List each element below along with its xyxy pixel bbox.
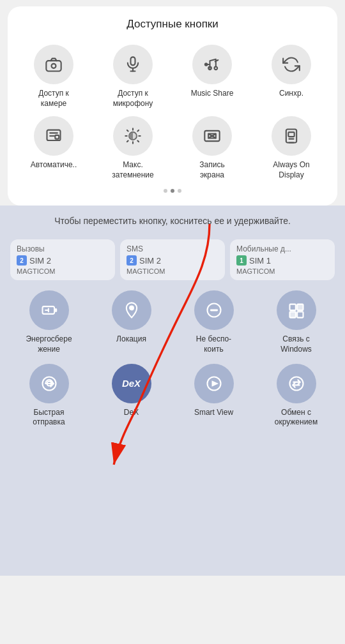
- auto-label: Автоматиче..: [31, 160, 77, 170]
- dnd-icon: [205, 301, 223, 319]
- always-on-label: Always OnDisplay: [273, 160, 309, 180]
- quick-share-icon: [40, 375, 58, 393]
- sim-mobile: Мобильные д... 1 SIM 1 MAGTICOM: [230, 239, 335, 280]
- music-share-button[interactable]: Music Share: [175, 45, 249, 109]
- sim-cards-row: Вызовы 2 SIM 2 MAGTICOM SMS 2 SIM 2 MAGT…: [10, 239, 335, 280]
- exchange-button[interactable]: Обмен сокружением: [257, 364, 335, 428]
- camera-button[interactable]: Доступ ккамере: [17, 45, 91, 109]
- dnd-label: Не беспо-коить: [196, 334, 231, 354]
- dot-3: [178, 189, 181, 193]
- max-dim-icon-circle: [113, 116, 153, 156]
- dnd-icon-circle: [194, 290, 234, 330]
- exchange-icon: [288, 375, 305, 393]
- sync-button[interactable]: Синхр.: [254, 45, 328, 109]
- available-buttons-panel: Доступные кнопки Доступ ккамере: [8, 6, 337, 206]
- sim-calls-number: 2 SIM 2: [17, 255, 109, 266]
- dex-button[interactable]: DeX DeX: [93, 364, 170, 428]
- sim2-badge-sms: 2: [126, 255, 137, 266]
- sim-mobile-number: 1 SIM 1: [236, 255, 328, 266]
- screen-record-label: Записьэкрана: [199, 160, 224, 180]
- quick-share-label: Быстраяотправка: [33, 408, 65, 428]
- svg-rect-25: [297, 304, 303, 310]
- camera-icon: [45, 56, 63, 73]
- energy-saving-icon-circle: [29, 290, 69, 330]
- svg-rect-16: [286, 130, 296, 143]
- screen-record-icon: [203, 127, 221, 145]
- available-buttons-grid: Доступ ккамере Доступ кмикрофону: [14, 45, 331, 180]
- sim-sms-carrier: MAGTICOM: [126, 267, 218, 275]
- location-button[interactable]: Локация: [93, 290, 170, 354]
- windows-icon-circle: [277, 290, 316, 330]
- windows-label: Связь сWindows: [280, 334, 312, 354]
- quick-settings-grid: Энергосбережение Локация Не беспо-коить: [10, 290, 335, 427]
- windows-link-button[interactable]: Связь сWindows: [257, 290, 335, 354]
- svg-rect-24: [289, 304, 295, 310]
- dex-icon-circle: DeX: [112, 364, 151, 403]
- dex-label: DeX: [124, 408, 139, 418]
- sim-calls-title: Вызовы: [17, 244, 109, 253]
- sim2-badge-calls: 2: [17, 255, 27, 266]
- smart-view-icon: [205, 375, 223, 393]
- location-icon: [123, 301, 141, 319]
- battery-icon: [40, 301, 58, 319]
- svg-point-21: [130, 306, 134, 310]
- location-label: Локация: [116, 334, 146, 345]
- windows-icon: [288, 301, 305, 319]
- svg-point-32: [289, 377, 303, 390]
- sim-sms-label: SIM 2: [139, 256, 161, 266]
- auto-button[interactable]: Автоматиче..: [17, 116, 91, 180]
- smart-view-icon-circle: [194, 364, 234, 403]
- svg-rect-18: [288, 132, 294, 137]
- sync-label: Синхр.: [279, 89, 303, 99]
- music-share-label: Music Share: [191, 89, 234, 99]
- svg-rect-9: [55, 135, 59, 139]
- music-share-icon: [203, 56, 221, 73]
- smart-view-label: Smart View: [194, 408, 233, 418]
- page-dots: [14, 189, 331, 193]
- always-on-button[interactable]: Always OnDisplay: [254, 116, 328, 180]
- max-dim-button[interactable]: Макс.затемнение: [96, 116, 170, 180]
- sim-calls-carrier: MAGTICOM: [17, 267, 109, 275]
- instruction-text: Чтобы переместить кнопку, коснитесь ее и…: [10, 214, 335, 228]
- camera-icon-circle: [34, 45, 73, 84]
- dnd-button[interactable]: Не беспо-коить: [175, 290, 252, 354]
- quick-share-icon-circle: [29, 364, 69, 403]
- svg-point-1: [52, 64, 56, 68]
- always-on-icon-circle: [272, 116, 311, 156]
- screen-record-icon-circle: [192, 116, 232, 156]
- energy-saving-button[interactable]: Энергосбережение: [10, 290, 88, 354]
- screen-record-button[interactable]: Записьэкрана: [175, 116, 249, 180]
- svg-rect-2: [131, 57, 135, 65]
- sim-mobile-label: SIM 1: [249, 256, 271, 266]
- max-dim-label: Макс.затемнение: [112, 160, 154, 180]
- sim-calls: Вызовы 2 SIM 2 MAGTICOM: [10, 239, 115, 280]
- always-on-icon: [282, 127, 300, 145]
- svg-rect-26: [289, 312, 295, 318]
- sim-mobile-title: Мобильные д...: [236, 244, 328, 253]
- svg-rect-27: [297, 312, 303, 318]
- svg-rect-0: [46, 61, 61, 71]
- location-icon-circle: [112, 290, 151, 330]
- mic-icon: [124, 56, 142, 73]
- quick-share-button[interactable]: Быстраяотправка: [10, 364, 88, 428]
- sim-mobile-carrier: MAGTICOM: [236, 267, 328, 275]
- smart-view-button[interactable]: Smart View: [175, 364, 252, 428]
- dot-2: [171, 189, 174, 193]
- music-share-icon-circle: [192, 45, 232, 84]
- dex-text: DeX: [122, 378, 141, 389]
- sim-sms-number: 2 SIM 2: [126, 255, 218, 266]
- max-dim-icon: [124, 127, 142, 145]
- sync-icon: [282, 56, 300, 73]
- mic-icon-circle: [113, 45, 153, 84]
- sim-sms-title: SMS: [126, 244, 218, 253]
- exchange-icon-circle: [277, 364, 316, 403]
- auto-icon-circle: [34, 116, 73, 156]
- exchange-label: Обмен сокружением: [275, 408, 318, 428]
- sim-calls-label: SIM 2: [29, 256, 51, 266]
- mic-button[interactable]: Доступ кмикрофону: [96, 45, 170, 109]
- svg-marker-31: [211, 380, 218, 386]
- energy-saving-label: Энергосбережение: [26, 334, 72, 354]
- panel-title: Доступные кнопки: [14, 18, 331, 31]
- auto-icon: [45, 127, 63, 145]
- dot-1: [164, 189, 167, 193]
